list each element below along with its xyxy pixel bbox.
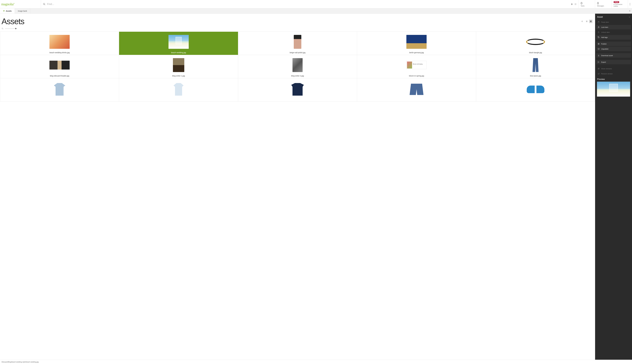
- list-view-button[interactable]: [585, 20, 588, 23]
- asset-cell[interactable]: blue-jeans.jpg: [476, 55, 595, 78]
- asset-cell[interactable]: beige-nail-polish.jpg: [238, 32, 357, 55]
- svg-rect-40: [598, 73, 599, 74]
- asset-cell[interactable]: beach-wedding.jpg: [119, 32, 238, 55]
- svg-point-12: [630, 3, 630, 4]
- tasks-indicator[interactable]: 0 Tasks: [579, 0, 595, 8]
- action-tag[interactable]: Add tags: [596, 35, 631, 40]
- zoom-slider[interactable]: [5, 28, 16, 29]
- preview-title: Preview: [595, 76, 632, 82]
- lock-icon: [598, 26, 600, 28]
- page-title: Assets: [2, 17, 24, 26]
- asset-cell[interactable]: bloom-in-spring.jpg: [357, 55, 476, 78]
- download-icon: [598, 54, 600, 56]
- env-badge: PROD: [614, 1, 619, 3]
- asset-cell[interactable]: [238, 78, 357, 102]
- messages-count: 0: [597, 2, 609, 5]
- svg-line-28: [3, 29, 3, 29]
- asset-thumbnail: [478, 80, 594, 99]
- asset-cell[interactable]: [0, 78, 119, 102]
- environment-indicator[interactable]: PROD e-Commerce Author: [612, 0, 628, 8]
- asset-thumbnail: [478, 33, 594, 50]
- tab-assets[interactable]: Assets: [0, 8, 15, 14]
- action-export[interactable]: Export: [596, 60, 631, 64]
- asset-cell[interactable]: blog-edouard-header.jpg: [0, 55, 119, 78]
- action-label: Add tags: [601, 36, 608, 38]
- action-label: Publish: [601, 43, 606, 45]
- action-versions: Show versions: [596, 66, 631, 71]
- svg-point-4: [575, 4, 576, 4]
- asset-thumbnail: [120, 80, 236, 99]
- action-label: Paste item: [601, 21, 609, 23]
- asset-cell[interactable]: [476, 78, 595, 102]
- svg-rect-38: [598, 68, 599, 69]
- grid-view-button[interactable]: [589, 20, 592, 23]
- mic-icon[interactable]: [571, 3, 573, 5]
- asset-filename: bloom-in-spring.jpg: [409, 75, 424, 77]
- svg-point-3: [575, 4, 575, 4]
- svg-point-17: [4, 11, 4, 12]
- svg-point-15: [3, 10, 4, 11]
- sidebar-header: Asset: [595, 14, 632, 20]
- tab-label: Image bank: [18, 10, 27, 12]
- svg-point-13: [630, 4, 630, 4]
- asset-cell[interactable]: blog-writer-2.jpg: [238, 55, 357, 78]
- action-label: Lock item: [601, 26, 608, 28]
- action-sidebar: Asset Paste itemLock itemUnlock itemAdd …: [595, 14, 632, 360]
- action-label: Unpublish: [601, 48, 608, 50]
- messages-indicator[interactable]: 0 Messages: [595, 0, 612, 8]
- svg-point-11: [576, 4, 576, 5]
- svg-line-1: [44, 4, 45, 5]
- asset-cell[interactable]: beach-wedding-drinks.jpg: [0, 32, 119, 55]
- asset-thumbnail: [478, 56, 594, 74]
- svg-point-16: [4, 10, 5, 11]
- asset-grid: beach-wedding-drinks.jpgbeach-wedding.jp…: [0, 32, 595, 102]
- asset-cell[interactable]: blog-writer-1.jpg: [119, 55, 238, 78]
- messages-label: Messages: [597, 5, 609, 7]
- close-icon[interactable]: [629, 10, 631, 12]
- app-tabs: Assets Image bank: [0, 8, 632, 14]
- action-publish[interactable]: Publish: [596, 42, 631, 46]
- assets-tab-icon: [3, 10, 5, 12]
- action-paste: Paste item: [596, 20, 631, 24]
- svg-rect-39: [598, 68, 599, 69]
- svg-rect-31: [598, 27, 599, 28]
- tree-view-button[interactable]: [581, 20, 584, 23]
- overflow-menu-icon[interactable]: [628, 0, 632, 8]
- logo-area[interactable]: magnolia®: [0, 0, 41, 8]
- asset-thumbnail: [240, 56, 356, 74]
- app-header: magnolia® 0 Tasks 0 Messages PROD e-Comm…: [0, 0, 632, 8]
- tab-image-bank[interactable]: Image bank: [15, 8, 30, 14]
- export-icon: [598, 61, 600, 63]
- chevron-right-icon[interactable]: [629, 16, 630, 18]
- search-input[interactable]: [47, 3, 569, 6]
- preview-image[interactable]: [597, 82, 630, 97]
- action-label: Restore version: [601, 73, 613, 75]
- svg-point-9: [575, 4, 575, 5]
- tasks-label: Tasks: [581, 5, 593, 7]
- asset-cell[interactable]: [357, 78, 476, 102]
- asset-filename: beach-wedding-drinks.jpg: [50, 52, 70, 54]
- action-label: Show versions: [601, 68, 612, 70]
- global-search[interactable]: [41, 0, 579, 8]
- filter-search-icon[interactable]: [2, 28, 4, 30]
- action-unpublish[interactable]: Unpublish: [596, 47, 631, 51]
- action-download[interactable]: Download asset: [596, 53, 631, 58]
- toolbar: [0, 27, 595, 32]
- svg-rect-26: [591, 22, 592, 22]
- asset-thumbnail: [2, 80, 118, 99]
- apps-grid-icon[interactable]: [574, 3, 576, 5]
- asset-thumbnail: [358, 80, 475, 99]
- svg-point-14: [630, 5, 630, 5]
- asset-cell[interactable]: berlin-germany.jpg: [357, 32, 476, 55]
- asset-cell[interactable]: [119, 78, 238, 102]
- svg-point-35: [598, 44, 599, 44]
- svg-point-8: [576, 4, 576, 4]
- asset-filename: blog-edouard-header.jpg: [50, 75, 69, 77]
- asset-thumbnail: [240, 80, 356, 99]
- action-lock[interactable]: Lock item: [596, 25, 631, 30]
- asset-filename: blue-jeans.jpg: [530, 75, 541, 77]
- svg-rect-23: [590, 21, 591, 21]
- logo-text: magnolia®: [1, 2, 14, 6]
- asset-cell[interactable]: black-bangle.jpg: [476, 32, 595, 55]
- search-icon: [43, 3, 46, 6]
